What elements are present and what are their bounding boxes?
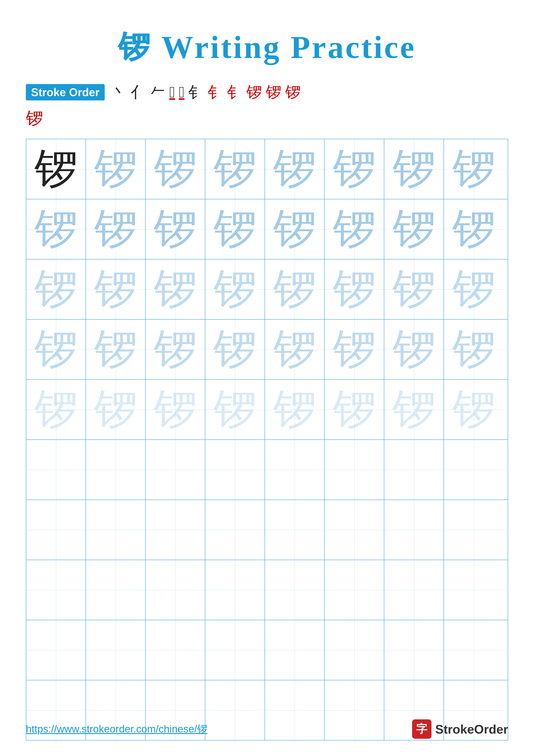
cell-7-8[interactable] <box>444 500 504 560</box>
cell-1-3: 锣 <box>146 139 205 199</box>
cell-5-7: 锣 <box>384 380 444 440</box>
cell-7-3[interactable] <box>146 500 205 560</box>
brand-icon: 字 <box>412 719 431 739</box>
cell-8-3[interactable] <box>146 560 205 620</box>
cell-7-1[interactable] <box>26 500 86 560</box>
practice-grid: 锣 锣 锣 锣 锣 锣 锣 锣 锣 锣 锣 锣 锣 锣 锣 锣 锣 锣 锣 锣 … <box>26 139 508 741</box>
cell-8-7[interactable] <box>384 560 444 620</box>
cell-4-1: 锣 <box>26 320 86 379</box>
cell-1-5: 锣 <box>265 139 325 199</box>
cell-7-7[interactable] <box>384 500 444 560</box>
cell-3-4: 锣 <box>205 259 265 319</box>
cell-6-4[interactable] <box>205 440 265 500</box>
stroke-9: 锣 <box>246 82 262 103</box>
cell-9-5[interactable] <box>265 620 325 680</box>
cell-8-5[interactable] <box>265 560 325 620</box>
cell-1-4: 锣 <box>205 139 265 199</box>
cell-5-3: 锣 <box>146 380 205 440</box>
cell-4-4: 锣 <box>205 320 265 379</box>
cell-7-4[interactable] <box>205 500 265 560</box>
grid-row-5: 锣 锣 锣 锣 锣 锣 锣 锣 <box>26 380 508 440</box>
cell-6-2[interactable] <box>86 440 146 500</box>
cell-5-8: 锣 <box>444 380 504 440</box>
stroke-order-badge: Stroke Order <box>26 84 105 100</box>
cell-8-2[interactable] <box>86 560 146 620</box>
cell-9-1[interactable] <box>26 620 86 680</box>
cell-6-1[interactable] <box>26 440 86 500</box>
cell-4-6: 锣 <box>325 320 384 379</box>
cell-2-7: 锣 <box>384 199 444 259</box>
cell-8-4[interactable] <box>205 560 265 620</box>
stroke-order-section: Stroke Order 丶 亻 𠂉 𠃊 𠃑 钅 钅 钅 锣 锣 锣 锣 <box>26 82 508 130</box>
footer: https://www.strokeorder.com/chinese/锣 字 … <box>26 719 508 739</box>
cell-8-6[interactable] <box>325 560 384 620</box>
cell-9-4[interactable] <box>205 620 265 680</box>
cell-3-6: 锣 <box>325 259 384 319</box>
cell-2-1: 锣 <box>26 199 86 259</box>
cell-3-3: 锣 <box>146 259 205 319</box>
stroke-8: 钅 <box>227 82 242 103</box>
cell-4-3: 锣 <box>146 320 205 379</box>
cell-8-8[interactable] <box>444 560 504 620</box>
cell-2-2: 锣 <box>86 199 146 259</box>
cell-4-5: 锣 <box>265 320 325 379</box>
cell-3-2: 锣 <box>86 259 146 319</box>
cell-5-2: 锣 <box>86 380 146 440</box>
stroke-10: 锣 <box>266 82 281 103</box>
cell-7-6[interactable] <box>325 500 384 560</box>
cell-4-8: 锣 <box>444 320 504 379</box>
cell-1-6: 锣 <box>325 139 384 199</box>
stroke-chars: 丶 亻 𠂉 𠃊 𠃑 钅 钅 钅 锣 锣 锣 <box>111 82 301 103</box>
cell-1-2: 锣 <box>86 139 146 199</box>
page: 锣 Writing Practice Stroke Order 丶 亻 𠂉 𠃊 … <box>0 0 534 756</box>
cell-2-3: 锣 <box>146 199 205 259</box>
cell-2-8: 锣 <box>444 199 504 259</box>
cell-1-7: 锣 <box>384 139 444 199</box>
grid-row-7 <box>26 500 508 560</box>
stroke-6: 钅 <box>188 82 204 103</box>
cell-2-4: 锣 <box>205 199 265 259</box>
brand-name: StrokeOrder <box>435 722 508 736</box>
stroke-11: 锣 <box>285 82 301 103</box>
cell-9-3[interactable] <box>146 620 205 680</box>
stroke-5: 𠃑 <box>179 83 184 101</box>
cell-2-5: 锣 <box>265 199 325 259</box>
cell-5-6: 锣 <box>325 380 384 440</box>
final-char: 锣 <box>26 109 43 128</box>
cell-9-6[interactable] <box>325 620 384 680</box>
final-char-row: 锣 <box>26 107 508 130</box>
footer-url[interactable]: https://www.strokeorder.com/chinese/锣 <box>26 722 207 736</box>
stroke-7: 钅 <box>208 82 223 103</box>
stroke-3: 𠂉 <box>150 83 165 101</box>
page-title: 锣 Writing Practice <box>118 26 416 69</box>
cell-6-8[interactable] <box>444 440 504 500</box>
grid-row-6 <box>26 440 508 500</box>
grid-row-3: 锣 锣 锣 锣 锣 锣 锣 锣 <box>26 259 508 320</box>
grid-row-2: 锣 锣 锣 锣 锣 锣 锣 锣 <box>26 199 508 259</box>
cell-9-7[interactable] <box>384 620 444 680</box>
cell-7-5[interactable] <box>265 500 325 560</box>
cell-5-1: 锣 <box>26 380 86 440</box>
cell-8-1[interactable] <box>26 560 86 620</box>
cell-3-5: 锣 <box>265 259 325 319</box>
cell-5-4: 锣 <box>205 380 265 440</box>
cell-2-6: 锣 <box>325 199 384 259</box>
grid-row-8 <box>26 560 508 620</box>
cell-6-6[interactable] <box>325 440 384 500</box>
grid-row-9 <box>26 620 508 680</box>
cell-1-8: 锣 <box>444 139 504 199</box>
stroke-1: 丶 <box>111 82 127 103</box>
cell-4-2: 锣 <box>86 320 146 379</box>
cell-5-5: 锣 <box>265 380 325 440</box>
cell-3-1: 锣 <box>26 259 86 319</box>
cell-7-2[interactable] <box>86 500 146 560</box>
cell-6-5[interactable] <box>265 440 325 500</box>
cell-6-3[interactable] <box>146 440 205 500</box>
footer-brand: 字 StrokeOrder <box>412 719 508 739</box>
cell-6-7[interactable] <box>384 440 444 500</box>
cell-4-7: 锣 <box>384 320 444 379</box>
cell-9-8[interactable] <box>444 620 504 680</box>
cell-1-1: 锣 <box>26 139 86 199</box>
cell-9-2[interactable] <box>86 620 146 680</box>
cell-3-8: 锣 <box>444 259 504 319</box>
